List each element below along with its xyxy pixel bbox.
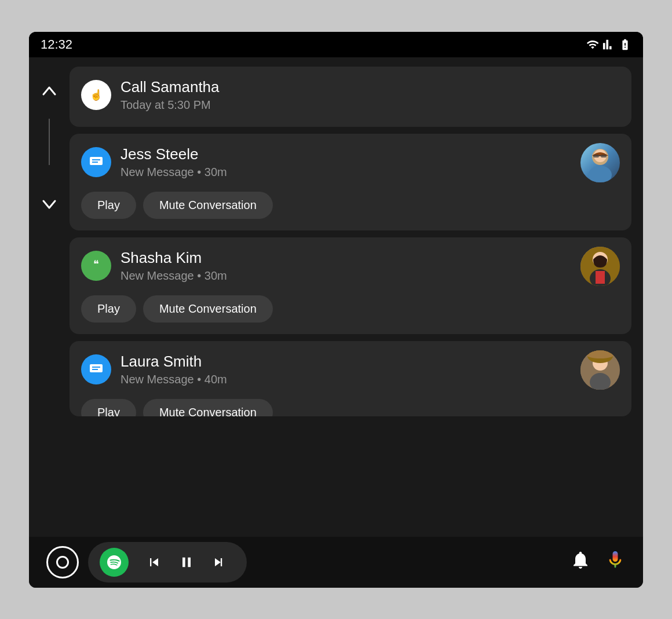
messages-icon-shasha: ❝: [88, 258, 104, 274]
messages-icon-laura: [88, 361, 104, 378]
shasha-title: Shasha Kim: [120, 249, 568, 267]
laura-avatar-img: [580, 350, 620, 390]
svg-point-6: [589, 166, 612, 182]
jess-actions: Play Mute Conversation: [81, 192, 568, 219]
laura-mute-button[interactable]: Mute Conversation: [143, 399, 273, 416]
shasha-play-button[interactable]: Play: [81, 295, 136, 323]
messages-icon-jess: [88, 154, 104, 170]
home-button[interactable]: [46, 546, 79, 578]
svg-rect-15: [596, 271, 605, 284]
signal-icon: [602, 38, 615, 51]
reminder-icon-svg: ☝: [87, 86, 105, 104]
status-icons: [586, 38, 631, 51]
laura-text: Laura Smith New Message • 40m: [120, 353, 568, 386]
jess-avatar-img: [580, 143, 620, 182]
shasha-mute-button[interactable]: Mute Conversation: [143, 295, 273, 323]
media-controls: [88, 542, 247, 583]
jess-avatar: [580, 143, 620, 182]
svg-rect-9: [601, 155, 607, 158]
wifi-icon: [586, 38, 599, 51]
reminder-icon: ☝: [81, 80, 111, 110]
scroll-up-arrow[interactable]: [36, 80, 62, 105]
scroll-arrows: [29, 57, 70, 537]
status-bar: 12:32: [29, 32, 643, 57]
scroll-divider: [49, 119, 50, 165]
svg-rect-2: [90, 157, 103, 165]
svg-text:❝: ❝: [93, 258, 99, 270]
mic-icon: [605, 550, 626, 570]
card-header-shasha: ❝ Shasha Kim New Message • 30m: [81, 249, 568, 283]
svg-rect-16: [90, 364, 103, 372]
jess-subtitle: New Message • 30m: [120, 166, 568, 179]
mic-button[interactable]: [605, 550, 626, 574]
spotify-icon: [105, 554, 123, 571]
main-content: ☝ Call Samantha Today at 5:30 PM: [29, 57, 643, 537]
spotify-button[interactable]: [100, 548, 129, 577]
shasha-actions: Play Mute Conversation: [81, 295, 568, 323]
jess-play-button[interactable]: Play: [81, 192, 136, 219]
pause-button[interactable]: [170, 551, 203, 574]
home-button-inner: [56, 556, 69, 569]
scroll-down-arrow[interactable]: [36, 194, 62, 218]
prev-icon: [146, 554, 162, 570]
card-header-reminder: ☝ Call Samantha Today at 5:30 PM: [81, 78, 620, 112]
notification-card-laura: Laura Smith New Message • 40m Play Mute …: [70, 341, 631, 416]
shasha-icon: ❝: [81, 251, 111, 281]
reminder-subtitle: Today at 5:30 PM: [120, 98, 620, 112]
jess-icon: [81, 147, 111, 177]
shasha-text: Shasha Kim New Message • 30m: [120, 249, 568, 283]
laura-actions: Play Mute Conversation: [81, 399, 568, 416]
card-header-jess: Jess Steele New Message • 30m: [81, 145, 568, 179]
battery-icon: [619, 38, 631, 51]
device-frame: 12:32: [29, 32, 643, 588]
shasha-avatar: [580, 247, 620, 286]
bottom-right-section: [570, 550, 626, 574]
shasha-avatar-img: [580, 247, 620, 286]
bottom-nav-bar: [29, 537, 643, 588]
reminder-text: Call Samantha Today at 5:30 PM: [120, 78, 620, 112]
laura-play-button[interactable]: Play: [81, 399, 136, 416]
shasha-subtitle: New Message • 30m: [120, 269, 568, 283]
jess-text: Jess Steele New Message • 30m: [120, 145, 568, 179]
notification-card-jess: Jess Steele New Message • 30m Play Mute …: [70, 134, 631, 230]
status-time: 12:32: [41, 37, 72, 52]
next-icon: [211, 554, 227, 570]
svg-rect-8: [593, 155, 599, 158]
next-button[interactable]: [203, 551, 235, 574]
bell-button[interactable]: [570, 550, 591, 574]
laura-icon: [81, 354, 111, 384]
card-header-laura: Laura Smith New Message • 40m: [81, 353, 568, 386]
notification-card-shasha: ❝ Shasha Kim New Message • 30m Play Mute…: [70, 237, 631, 334]
bottom-left-section: [46, 542, 247, 583]
pause-icon: [178, 554, 195, 570]
reminder-title: Call Samantha: [120, 78, 620, 96]
laura-title: Laura Smith: [120, 353, 568, 371]
jess-mute-button[interactable]: Mute Conversation: [143, 192, 273, 219]
prev-button[interactable]: [138, 551, 170, 574]
jess-title: Jess Steele: [120, 145, 568, 163]
laura-subtitle: New Message • 40m: [120, 373, 568, 386]
notification-card-reminder: ☝ Call Samantha Today at 5:30 PM: [70, 67, 631, 127]
laura-avatar: [580, 350, 620, 390]
notification-list: ☝ Call Samantha Today at 5:30 PM: [70, 57, 643, 537]
bell-icon: [570, 550, 591, 570]
svg-text:☝: ☝: [90, 89, 103, 101]
